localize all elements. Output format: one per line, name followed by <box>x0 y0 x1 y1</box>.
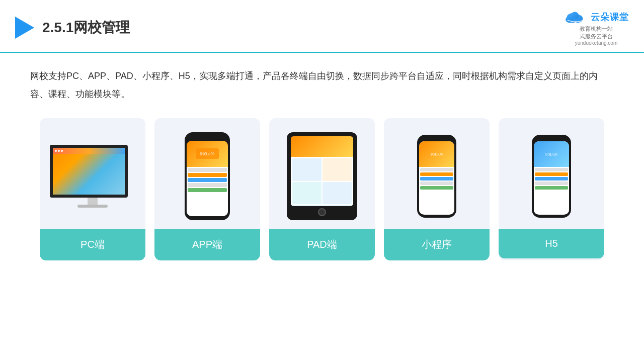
card-miniprogram: 职通人的 小程序 <box>384 118 490 260</box>
h5-notch <box>545 138 558 140</box>
phone-screen: 职通人的 <box>187 141 228 216</box>
svg-text:职通人的: 职通人的 <box>431 153 443 156</box>
phone-notch <box>200 136 215 139</box>
card-pc-image <box>40 118 145 229</box>
phone-app-mockup: 职通人的 <box>185 132 230 220</box>
row4 <box>188 183 227 187</box>
monitor-bar <box>53 148 125 154</box>
mini-banner: 职通人的 <box>419 141 454 167</box>
row2 <box>188 173 227 177</box>
header-left: 2.5.1网校管理 <box>15 17 130 39</box>
card-pc: PC端 <box>40 118 145 260</box>
h5-row1 <box>535 168 568 171</box>
cloud-logo-icon <box>564 9 588 25</box>
device-cards: PC端 职通人的 <box>0 113 644 270</box>
dot1 <box>55 150 57 152</box>
logo-cloud: 云朵课堂 <box>564 9 629 25</box>
phone-h5-mockup: 职通人的 <box>532 135 571 218</box>
header: 2.5.1网校管理 云朵课堂 教育机构一站 <box>0 0 644 53</box>
card-h5: 职通人的 H5 <box>499 118 604 260</box>
phone-banner: 职通人的 <box>187 141 228 167</box>
h5-row2 <box>535 172 568 176</box>
mini-screen: 职通人的 <box>419 141 454 215</box>
monitor-content <box>53 154 125 157</box>
pad-card-1 <box>292 158 321 181</box>
h5-banner: 职通人的 <box>534 141 569 167</box>
mini-body <box>419 167 454 215</box>
pad-banner <box>291 136 353 157</box>
card-miniprogram-image: 职通人的 <box>384 118 490 229</box>
pad-card-2 <box>323 158 352 181</box>
h5-banner-graphic: 职通人的 <box>541 149 561 159</box>
phone-body <box>187 167 228 216</box>
mini-row5 <box>420 186 453 190</box>
logo-area: 云朵课堂 教育机构一站 式服务云平台 yunduoketang.com <box>564 9 629 46</box>
card-pad-image <box>269 118 375 229</box>
phone-banner-graphic: 职通人的 <box>195 147 220 160</box>
mini-row3 <box>420 177 453 180</box>
description-text: 网校支持PC、APP、PAD、小程序、H5，实现多端打通，产品各终端自由切换，数… <box>0 53 644 113</box>
mini-notch <box>431 138 443 140</box>
svg-text:职通人的: 职通人的 <box>200 152 214 156</box>
monitor-stand <box>88 198 98 205</box>
svg-text:职通人的: 职通人的 <box>545 153 557 156</box>
logo-tagline: 教育机构一站 式服务云平台 <box>580 25 613 40</box>
card-app-image: 职通人的 <box>154 118 260 229</box>
card-app-label: APP端 <box>154 229 260 260</box>
h5-screen: 职通人的 <box>534 141 569 215</box>
h5-row4 <box>535 182 568 185</box>
card-miniprogram-label: 小程序 <box>384 229 490 260</box>
card-app: 职通人的 APP端 <box>154 118 260 260</box>
mini-row2 <box>420 172 453 176</box>
pad-card-4 <box>323 182 352 205</box>
logo-name: 云朵课堂 <box>591 11 629 23</box>
row5 <box>188 188 227 192</box>
page-title: 2.5.1网校管理 <box>42 18 130 37</box>
monitor-base <box>77 205 108 208</box>
play-icon <box>15 17 34 39</box>
mini-row1 <box>420 168 453 171</box>
card-pad: PAD端 <box>269 118 375 260</box>
phone-mini-mockup: 职通人的 <box>417 135 456 218</box>
h5-row3 <box>535 177 568 180</box>
pad-mockup <box>287 132 357 220</box>
mini-row4 <box>420 182 453 185</box>
h5-body <box>534 167 569 215</box>
card-h5-label: H5 <box>499 229 604 258</box>
pad-home-btn <box>318 208 326 216</box>
monitor-screen <box>50 145 128 198</box>
pad-body <box>291 157 353 206</box>
dot3 <box>61 150 63 152</box>
pad-screen <box>291 136 353 206</box>
card-pad-label: PAD端 <box>269 229 375 260</box>
pad-card-3 <box>292 182 321 205</box>
card-h5-image: 职通人的 <box>499 118 604 229</box>
h5-row5 <box>535 186 568 190</box>
logo-url: yunduoketang.com <box>575 40 618 46</box>
mini-banner-graphic: 职通人的 <box>427 149 447 159</box>
dot2 <box>58 150 60 152</box>
row1 <box>188 168 227 172</box>
pc-monitor-mockup <box>50 145 135 208</box>
row3 <box>188 178 227 182</box>
card-pc-label: PC端 <box>40 229 145 260</box>
